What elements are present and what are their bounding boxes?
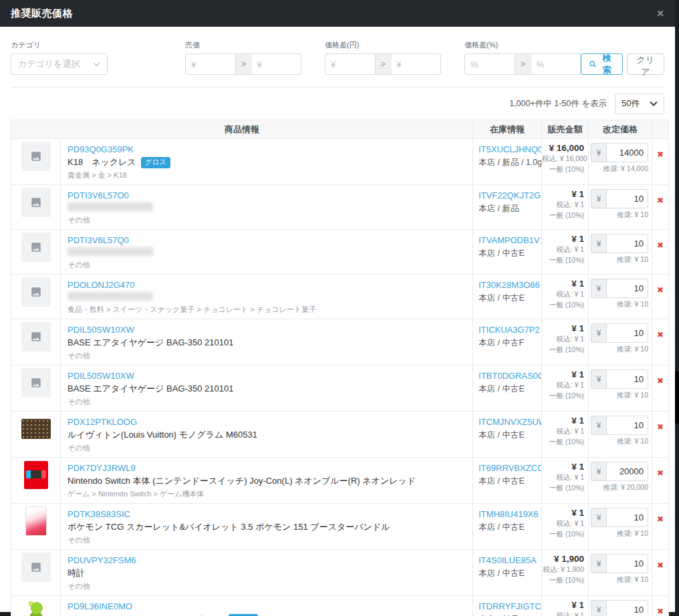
product-code-link[interactable]: PDIL50SW10XW: [67, 371, 134, 381]
product-code-link[interactable]: PDK7DYJ3RWL9: [67, 463, 136, 473]
scrollbar-thumb[interactable]: [675, 371, 679, 424]
sale-price: ¥ 1: [542, 462, 584, 472]
diff-yen-min-input[interactable]: [325, 53, 376, 75]
revised-price-cell: ¥推奨: ¥ 10: [589, 275, 652, 319]
price-min-input[interactable]: [185, 53, 236, 75]
clear-button[interactable]: クリア: [627, 53, 664, 75]
modal-title: 推奨販売価格: [11, 7, 73, 20]
diff-yen-max-input[interactable]: [392, 53, 442, 75]
revised-price-cell: ¥推奨: ¥ 10: [589, 596, 652, 616]
delete-row-icon[interactable]: ✖: [657, 561, 664, 570]
stock-code-link[interactable]: ITVF22QKJT2G: [479, 190, 541, 200]
sale-amount-cell: ¥ 1,900税込: ¥ 1,900一般 (10%): [542, 550, 589, 596]
delete-row-icon[interactable]: ✖: [657, 241, 664, 250]
delete-row-icon[interactable]: ✖: [657, 330, 664, 339]
tax-rate: 一般 (10%): [542, 256, 584, 265]
stock-info-cell: IT5XUCLJHNQ0本店 / 新品 / 1.0g: [473, 139, 542, 185]
tax-included-price: 税込: ¥ 1: [542, 611, 584, 616]
search-button[interactable]: 検索: [581, 53, 623, 75]
diff-pct-max-input[interactable]: [531, 53, 581, 75]
stock-code-link[interactable]: ITMH8IU419X6: [479, 509, 539, 519]
revised-price-input[interactable]: [606, 234, 648, 253]
sale-amount-cell: ¥ 1税込: ¥ 1一般 (10%): [542, 458, 589, 504]
product-info-cell: PDIL50SW10XWBASE エアタイヤゲージ BAG-350 210101…: [61, 319, 473, 365]
category-select[interactable]: カテゴリを選択: [11, 53, 108, 75]
product-code-link[interactable]: PDTI3V6L57O0: [67, 190, 129, 200]
modal-header: 推奨販売価格 ✕: [0, 0, 675, 27]
revised-price-input[interactable]: [606, 462, 648, 481]
product-code-link[interactable]: PDUVPY32FSM6: [67, 555, 136, 565]
page-size-value: 50件: [622, 98, 650, 110]
stock-code-link[interactable]: IT69RRVBXZCC: [479, 463, 542, 473]
revised-price-input[interactable]: [606, 189, 648, 208]
tax-rate: 一般 (10%): [542, 392, 584, 401]
delete-row-icon[interactable]: ✖: [657, 514, 664, 524]
suggested-price: 推奨: ¥ 10: [592, 437, 648, 446]
table-row: PDIL50SW10XWBASE エアタイヤゲージ BAG-350 210101…: [11, 319, 669, 365]
product-thumb-cell: [11, 185, 61, 230]
stock-info-cell: ITVAMPODB1V1本店 / 中古E: [473, 230, 542, 275]
price-filter-label: 売価: [185, 40, 301, 50]
revised-price-input[interactable]: [606, 554, 648, 573]
revised-price-input[interactable]: [606, 279, 648, 298]
product-code-link[interactable]: PD9L36INE0MO: [67, 601, 132, 611]
revised-price-input[interactable]: [606, 323, 648, 343]
product-code-link[interactable]: PDTK38S83SIC: [67, 509, 130, 519]
stock-info-cell: ITBT0DGRAS0G本店 / 中古E: [473, 365, 542, 412]
redacted-product-name: [67, 202, 153, 211]
delete-row-icon[interactable]: ✖: [657, 607, 664, 616]
yen-prefix: ¥: [591, 234, 606, 253]
diff-pct-min-input[interactable]: [464, 53, 515, 75]
image-placeholder-icon: [21, 277, 51, 307]
product-code-link[interactable]: PDX12PTKLOOG: [67, 417, 137, 427]
delete-row-icon[interactable]: ✖: [657, 285, 664, 295]
stock-code-link[interactable]: ITICKUA3G7P2: [479, 325, 540, 335]
delete-row-icon[interactable]: ✖: [657, 196, 664, 205]
product-name: 時計: [67, 568, 85, 578]
revised-price-input[interactable]: [606, 600, 648, 616]
category-breadcrumb: その他: [67, 443, 466, 453]
delete-row-icon[interactable]: ✖: [657, 150, 664, 159]
page-size-select[interactable]: 50件: [615, 94, 664, 114]
product-thumb-cell: [11, 504, 61, 550]
column-header-amount: 販売金額: [542, 120, 589, 139]
delete-row-icon[interactable]: ✖: [657, 422, 664, 432]
revised-price-input[interactable]: [606, 369, 648, 389]
stock-code-link[interactable]: IT5XUCLJHNQ0: [479, 144, 542, 154]
category-select-placeholder: カテゴリを選択: [18, 58, 93, 70]
delete-row-icon[interactable]: ✖: [657, 376, 664, 386]
yen-prefix: ¥: [591, 462, 606, 481]
price-max-input[interactable]: [252, 53, 302, 75]
stock-code-link[interactable]: ITCMJNVXZ5UW: [479, 417, 542, 427]
product-code-link[interactable]: PDTI3V6L57Q0: [67, 235, 129, 245]
product-code-link[interactable]: PDIL50SW10XW: [67, 325, 134, 335]
tax-rate: 一般 (10%): [542, 438, 584, 447]
image-placeholder-icon: [21, 368, 51, 398]
product-table: 商品情報 在庫情報 販売金額 改定価格 PD93Q0G359PKK18 ネックレ…: [11, 120, 669, 616]
table-row: PDK7DYJ3RWL9Nintendo Switch 本体 (ニンテンドースイ…: [11, 458, 669, 504]
product-code-link[interactable]: PD93Q0G359PK: [67, 144, 134, 154]
revised-price-input[interactable]: [606, 416, 648, 435]
tax-rate: 一般 (10%): [542, 165, 584, 174]
stock-detail: 本店 / 中古F: [479, 337, 536, 349]
tax-included-price: 税込: ¥ 1,900: [542, 565, 584, 575]
stock-code-link[interactable]: ITBT0DGRAS0G: [479, 371, 542, 381]
product-table-body: PD93Q0G359PKK18 ネックレスグロス貴金属 > 金 > K18IT5…: [11, 139, 669, 616]
revised-price-input[interactable]: [606, 508, 648, 527]
table-row: PDIL50SW10XWBASE エアタイヤゲージ BAG-350 210101…: [11, 365, 669, 412]
stock-detail: 本店 / 中古E: [479, 476, 536, 487]
delete-row-icon[interactable]: ✖: [657, 468, 664, 478]
stock-info-cell: ITVF22QKJT2G本店 / 新品: [473, 185, 542, 230]
delete-cell: ✖: [652, 412, 669, 458]
product-code-link[interactable]: PDOLONJ2G470: [67, 280, 134, 290]
stock-code-link[interactable]: ITDRRYFJIGTC: [479, 601, 541, 611]
delete-cell: ✖: [652, 139, 669, 185]
close-icon[interactable]: ✕: [656, 9, 664, 18]
revised-price-input[interactable]: [606, 143, 648, 162]
yen-prefix: ¥: [591, 143, 606, 162]
suggested-price: 推奨: ¥ 10: [592, 255, 648, 265]
stock-code-link[interactable]: IT4S0ILUE85A: [479, 555, 537, 565]
table-row: PDOLONJ2G470食品・飲料 > スイーツ・スナック菓子 > チョコレート…: [11, 275, 669, 319]
stock-code-link[interactable]: IT30K28M3O86: [479, 280, 540, 290]
stock-code-link[interactable]: ITVAMPODB1V1: [479, 235, 542, 245]
